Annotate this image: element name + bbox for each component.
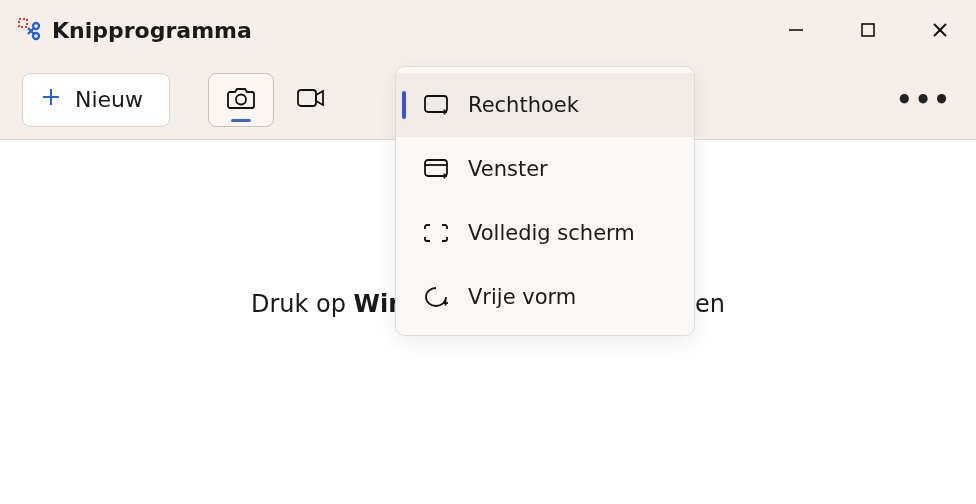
svg-point-2 (33, 33, 39, 39)
app-icon (18, 18, 42, 42)
capture-mode-group (208, 73, 344, 127)
new-button[interactable]: Nieuw (22, 73, 170, 127)
photo-mode-button[interactable] (208, 73, 274, 127)
menu-item-freeform[interactable]: Vrije vorm (396, 265, 694, 329)
close-button[interactable] (904, 0, 976, 60)
svg-point-4 (33, 23, 39, 29)
snip-mode-menu: Rechthoek Venster Volledig scherm (395, 66, 695, 336)
hint-prefix: Druk op (251, 290, 354, 318)
freeform-icon (422, 283, 450, 311)
menu-item-label: Vrije vorm (468, 285, 576, 309)
more-button[interactable]: ••• (900, 76, 948, 124)
plus-icon (41, 87, 61, 112)
window-controls (760, 0, 976, 60)
svg-point-11 (236, 94, 246, 104)
titlebar: Knipprogramma (0, 0, 976, 60)
svg-rect-12 (298, 90, 316, 106)
menu-item-fullscreen[interactable]: Volledig scherm (396, 201, 694, 265)
window-icon (422, 155, 450, 183)
app-title: Knipprogramma (52, 18, 252, 43)
svg-rect-0 (19, 19, 27, 27)
maximize-button[interactable] (832, 0, 904, 60)
minimize-button[interactable] (760, 0, 832, 60)
menu-item-rectangle[interactable]: Rechthoek (396, 73, 694, 137)
new-button-label: Nieuw (75, 87, 143, 112)
camera-icon (226, 85, 256, 115)
menu-item-label: Rechthoek (468, 93, 579, 117)
menu-item-label: Venster (468, 157, 548, 181)
menu-item-label: Volledig scherm (468, 221, 635, 245)
video-icon (296, 87, 326, 113)
rectangle-icon (422, 91, 450, 119)
ellipsis-icon: ••• (896, 85, 952, 115)
svg-rect-6 (862, 24, 874, 36)
fullscreen-icon (422, 219, 450, 247)
menu-item-window[interactable]: Venster (396, 137, 694, 201)
video-mode-button[interactable] (278, 73, 344, 127)
